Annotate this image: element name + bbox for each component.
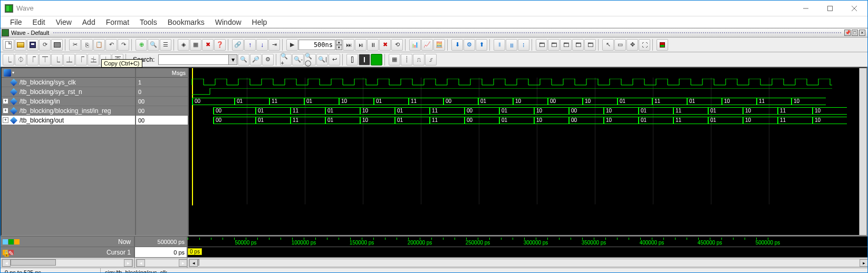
win1-button[interactable]: 🗔 [536, 39, 547, 51]
run-button[interactable]: ▶ [286, 39, 298, 51]
vertical-scrollbar[interactable] [859, 68, 866, 235]
menu-help[interactable]: Help [247, 17, 273, 27]
up-button[interactable] [244, 39, 256, 51]
delete-x-button[interactable]: ✖ [202, 39, 214, 51]
wave-scroll-left[interactable]: ◂ [189, 259, 198, 267]
cursor-lock-icon[interactable]: 🔒 [3, 250, 8, 255]
cursor-mode1-button[interactable] [346, 54, 358, 65]
signal-row[interactable]: +/tb_blocking/out [2, 116, 135, 125]
names-scroll-right[interactable]: ▸ [124, 259, 132, 267]
menu-bookmarks[interactable]: Bookmarks [162, 17, 210, 27]
find-button[interactable]: 🔍 [148, 39, 159, 51]
wave-scroll-thumb[interactable] [198, 259, 199, 266]
pointer-button[interactable]: ↖ [602, 39, 614, 51]
menu-view[interactable]: View [51, 17, 77, 27]
win2-button[interactable]: 🗔 [548, 39, 560, 51]
select-button[interactable]: ▭ [614, 39, 626, 51]
edge-l7-button[interactable]: ⎾ [75, 54, 87, 65]
menu-format[interactable]: Format [101, 17, 134, 27]
pane-pin-button[interactable]: 📌 [844, 30, 851, 36]
menu-window[interactable]: Window [210, 17, 247, 27]
layer-button[interactable]: ◈ [178, 39, 189, 51]
names-scroll-left[interactable]: ◂ [2, 259, 11, 267]
bars1-button[interactable]: ⫴ [494, 39, 505, 51]
signal-row[interactable]: +/tb_blocking/blocking_inst/in_reg [2, 106, 135, 116]
names-scroll-thumb[interactable] [11, 259, 56, 266]
add-button[interactable]: ⊕ [136, 39, 147, 51]
zoom-region-button[interactable]: ⛶ [639, 39, 650, 51]
edge-l6-button[interactable]: ⏊ [63, 54, 75, 65]
wave-toggle2-button[interactable]: ⎎ [425, 54, 437, 65]
edge-l1-button[interactable]: ⎿ [3, 54, 14, 65]
win5-button[interactable]: 🗔 [584, 39, 596, 51]
run-all-button[interactable]: ⏭ [343, 39, 354, 51]
zoom-last-button[interactable]: ↩ [329, 54, 340, 65]
zoom-cursor-button[interactable]: 🔍| [316, 54, 328, 65]
save-button[interactable] [27, 39, 38, 51]
edge-l5-button[interactable]: ⎿ [51, 54, 63, 65]
break-button[interactable]: ⏸ [367, 39, 379, 51]
signal-row[interactable]: /tb_blocking/sys_clk [2, 78, 135, 87]
open-button[interactable] [15, 39, 26, 51]
cursor-mode3-button[interactable] [371, 54, 382, 65]
wave-toggle1-button[interactable]: ⎍ [413, 54, 425, 65]
pane-close-button[interactable]: × [859, 30, 865, 36]
maximize-button[interactable] [818, 1, 842, 16]
minimize-button[interactable] [794, 1, 818, 16]
cursor-label[interactable]: Cursor 1 [107, 249, 131, 256]
wave1-button[interactable]: 📊 [409, 39, 421, 51]
waveform-canvas[interactable]: 0001110110011100011000100111011011100001… [189, 68, 859, 235]
new-button[interactable] [3, 39, 14, 51]
wave2-button[interactable]: 📈 [421, 39, 433, 51]
signal-row[interactable]: +/tb_blocking/in [2, 97, 135, 106]
grid2-button[interactable]: ┊ [401, 54, 412, 65]
redo-button[interactable]: ↷ [118, 39, 129, 51]
wave3-button[interactable]: 🧮 [433, 39, 445, 51]
close-button[interactable] [842, 1, 866, 16]
pane-max-button[interactable]: □ [852, 30, 858, 36]
cut-button[interactable]: ✂ [69, 39, 81, 51]
search-prev-button[interactable]: 🔍 [238, 54, 249, 65]
edge-l3-button[interactable]: ⎾ [27, 54, 38, 65]
copy-button[interactable]: ⎘ [81, 39, 93, 51]
header-dropdown-icon[interactable]: ▾ [12, 70, 14, 75]
help-button[interactable]: ❓ [214, 39, 226, 51]
find-options-button[interactable]: ☰ [160, 39, 171, 51]
edge-l2-button[interactable]: ⏀ [15, 54, 26, 65]
down-button[interactable] [256, 39, 268, 51]
bp-up-button[interactable]: ⬆ [476, 39, 487, 51]
search-next-button[interactable]: 🔎 [250, 54, 262, 65]
win3-button[interactable]: 🗔 [560, 39, 572, 51]
expand-icon[interactable]: + [3, 98, 8, 104]
menu-tools[interactable]: Tools [134, 17, 162, 27]
bp-cfg-button[interactable]: ⚙ [464, 39, 475, 51]
reload-button[interactable]: ⟳ [39, 39, 51, 51]
edge-l4-button[interactable]: ⏉ [39, 54, 51, 65]
run-step-button[interactable]: ⏯ [355, 39, 367, 51]
cursor-value[interactable]: 0 ps [135, 247, 188, 257]
paste-button[interactable]: 📋 [93, 39, 105, 51]
zoom-in-button[interactable]: 🔍+ [280, 54, 292, 65]
search-opt-button[interactable]: ⚙ [262, 54, 274, 65]
chevron-down-icon[interactable]: ▾ [228, 55, 237, 64]
stop-button[interactable]: ✖ [379, 39, 391, 51]
menu-add[interactable]: Add [77, 17, 101, 27]
bars2-button[interactable]: ⫼ [506, 39, 517, 51]
expand-icon[interactable]: + [3, 117, 8, 123]
win4-button[interactable]: 🗔 [572, 39, 584, 51]
bars3-button[interactable]: ⫶ [518, 39, 529, 51]
run-time-input[interactable] [298, 40, 335, 50]
zoom-full-button[interactable]: 🔍◯ [304, 54, 316, 65]
menu-edit[interactable]: Edit [27, 17, 51, 27]
signal-header[interactable]: ▾ [2, 68, 135, 78]
cursor-flag[interactable]: 0 ps [188, 248, 202, 255]
restart-button[interactable]: ⟲ [391, 39, 403, 51]
expand-icon[interactable]: + [3, 108, 8, 114]
cursor-edit-icon[interactable]: ✎ [8, 250, 14, 255]
search-combo[interactable]: ▾ [158, 54, 237, 65]
pan-button[interactable]: ✥ [626, 39, 638, 51]
simstate-button[interactable] [657, 39, 668, 51]
zoom-out-button[interactable]: 🔍- [292, 54, 304, 65]
mem-button[interactable]: ▦ [190, 39, 201, 51]
edge-l8-button[interactable]: ⏈ [88, 54, 99, 65]
